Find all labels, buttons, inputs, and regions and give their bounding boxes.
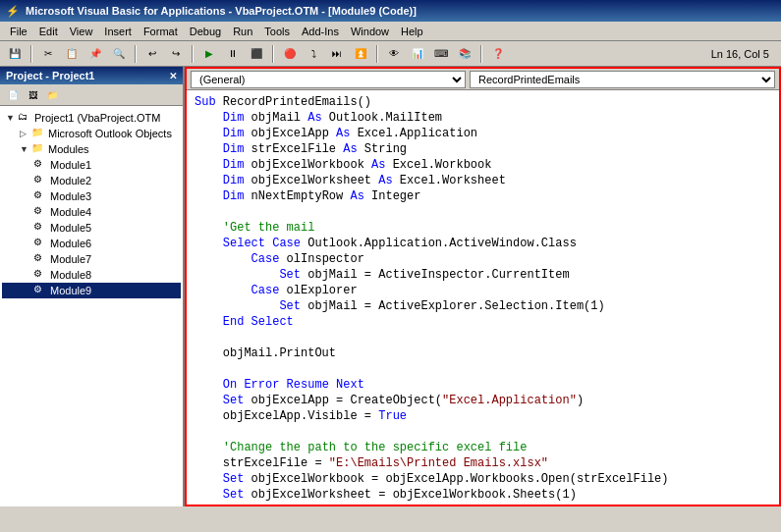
toolbar-redo[interactable]: ↪ xyxy=(165,44,187,64)
toggle-modules: ▼ xyxy=(20,144,29,154)
tree-label-module2: Module2 xyxy=(50,175,91,186)
code-line-9: 'Get the mail xyxy=(195,220,771,236)
toolbar-stepover[interactable]: ⏭ xyxy=(326,44,348,64)
panel-view-object[interactable]: 🖼 xyxy=(24,87,41,103)
sep5 xyxy=(376,45,378,63)
sep2 xyxy=(135,45,137,63)
project-panel-title-text: Project - Project1 xyxy=(6,70,94,81)
code-line-1: Sub RecordPrintedEmails() xyxy=(195,94,771,110)
tree-item-module3[interactable]: ⚙ Module3 xyxy=(2,188,181,204)
toolbar-save[interactable]: 💾 xyxy=(4,44,26,64)
code-line-26: Set objExcelWorksheet = objExcelWorkbook… xyxy=(195,487,771,503)
code-line-4: Dim strExcelFile As String xyxy=(195,141,771,157)
toolbar-breakpoint[interactable]: 🔴 xyxy=(279,44,301,64)
code-line-18 xyxy=(195,361,771,377)
menu-item-debug[interactable]: Debug xyxy=(184,24,227,39)
toolbar-immediate[interactable]: ⌨ xyxy=(430,44,452,64)
code-line-5: Dim objExcelWorkbook As Excel.Workbook xyxy=(195,157,771,173)
app-icon: ⚡ xyxy=(6,5,20,18)
toolbar-watch[interactable]: 👁 xyxy=(383,44,405,64)
folder-icon-2: 📁 xyxy=(31,142,45,156)
code-line-25: Set objExcelWorkbook = objExcelApp.Workb… xyxy=(195,471,771,487)
project-panel-toolbar: 📄 🖼 📁 xyxy=(0,84,183,106)
tree-label-module3: Module3 xyxy=(50,190,91,202)
tree-item-module5[interactable]: ⚙ Module5 xyxy=(2,220,181,236)
tree-item-project[interactable]: ▼ 🗂 Project1 (VbaProject.OTM xyxy=(2,110,181,126)
code-line-10: Select Case Outlook.Application.ActiveWi… xyxy=(195,236,771,251)
toolbar-find[interactable]: 🔍 xyxy=(108,44,130,64)
toolbar-undo[interactable]: ↩ xyxy=(141,44,163,64)
module-icon-1: ⚙ xyxy=(33,158,47,172)
menu-item-view[interactable]: View xyxy=(64,24,99,39)
module-icon-6: ⚙ xyxy=(33,237,47,250)
tree-item-module6[interactable]: ⚙ Module6 xyxy=(2,236,181,251)
code-line-11: Case olInspector xyxy=(195,251,771,267)
code-line-27: objExcelWorksheet.Activate xyxy=(195,503,771,505)
tree-item-module7[interactable]: ⚙ Module7 xyxy=(2,251,181,267)
code-line-20: Set objExcelApp = CreateObject("Excel.Ap… xyxy=(195,393,771,408)
general-dropdown[interactable]: (General) xyxy=(191,71,466,88)
toolbar-callstack[interactable]: 📚 xyxy=(454,44,475,64)
tree-label-module6: Module6 xyxy=(50,238,91,249)
tree-label-module5: Module5 xyxy=(50,222,91,234)
panel-toggle-folders[interactable]: 📁 xyxy=(43,87,61,103)
panel-view-code[interactable]: 📄 xyxy=(4,87,22,103)
menu-item-insert[interactable]: Insert xyxy=(98,24,138,39)
project-panel-title: Project - Project1 ✕ xyxy=(0,67,183,84)
main-area: Project - Project1 ✕ 📄 🖼 📁 ▼ 🗂 Project1 … xyxy=(0,67,781,506)
menu-item-help[interactable]: Help xyxy=(395,24,429,39)
toolbar-cut[interactable]: ✂ xyxy=(37,44,59,64)
toggle-outlook: ▷ xyxy=(20,129,29,138)
code-line-23: 'Change the path to the specific excel f… xyxy=(195,440,771,455)
code-editor[interactable]: Sub RecordPrintedEmails() Dim objMail As… xyxy=(187,90,779,505)
menu-item-run[interactable]: Run xyxy=(227,24,258,39)
code-line-13: Case olExplorer xyxy=(195,283,771,298)
tree-item-module9[interactable]: ⚙ Module9 xyxy=(2,283,181,298)
module-icon-9: ⚙ xyxy=(33,284,47,297)
tree-label-module7: Module7 xyxy=(50,253,91,265)
project-icon: 🗂 xyxy=(18,111,31,125)
toolbar-paste[interactable]: 📌 xyxy=(84,44,106,64)
toolbar-copy[interactable]: 📋 xyxy=(61,44,83,64)
code-line-21: objExcelApp.Visible = True xyxy=(195,408,771,424)
menu-item-edit[interactable]: Edit xyxy=(33,24,64,39)
code-toolbar: (General) RecordPrintedEmails xyxy=(187,69,779,90)
toolbar-stop[interactable]: ⬛ xyxy=(246,44,267,64)
menu-item-window[interactable]: Window xyxy=(345,24,395,39)
toolbar-row1: 💾 ✂ 📋 📌 🔍 ↩ ↪ ▶ ⏸ ⬛ 🔴 ⤵ ⏭ ⏫ 👁 📊 ⌨ 📚 ❓ Ln… xyxy=(0,41,781,67)
menu-item-add-ins[interactable]: Add-Ins xyxy=(296,24,345,39)
toolbar-pause[interactable]: ⏸ xyxy=(222,44,244,64)
code-line-3: Dim objExcelApp As Excel.Application xyxy=(195,126,771,141)
toolbar-help[interactable]: ❓ xyxy=(487,44,509,64)
tree-item-module4[interactable]: ⚙ Module4 xyxy=(2,204,181,220)
code-line-2: Dim objMail As Outlook.MailItem xyxy=(195,110,771,126)
code-line-6: Dim objExcelWorksheet As Excel.Worksheet xyxy=(195,173,771,188)
project-panel-close[interactable]: ✕ xyxy=(169,71,177,81)
module-icon-3: ⚙ xyxy=(33,189,47,203)
code-line-19: On Error Resume Next xyxy=(195,377,771,393)
menu-item-tools[interactable]: Tools xyxy=(258,24,296,39)
toolbar-locals[interactable]: 📊 xyxy=(407,44,428,64)
tree-label-module4: Module4 xyxy=(50,206,91,218)
tree-item-module8[interactable]: ⚙ Module8 xyxy=(2,267,181,283)
title-bar: ⚡ Microsoft Visual Basic for Application… xyxy=(0,0,781,22)
tree-item-module2[interactable]: ⚙ Module2 xyxy=(2,173,181,188)
code-line-15: End Select xyxy=(195,314,771,330)
menu-item-file[interactable]: File xyxy=(4,24,33,39)
menu-item-format[interactable]: Format xyxy=(138,24,184,39)
project-tree: ▼ 🗂 Project1 (VbaProject.OTM ▷ 📁 Microso… xyxy=(0,106,183,506)
procedure-dropdown[interactable]: RecordPrintedEmails xyxy=(470,71,775,88)
tree-label-project: Project1 (VbaProject.OTM xyxy=(34,112,160,124)
sep4 xyxy=(272,45,274,63)
code-line-17: objMail.PrintOut xyxy=(195,346,771,361)
code-line-7: Dim nNextEmptyRow As Integer xyxy=(195,188,771,204)
toolbar-stepout[interactable]: ⏫ xyxy=(350,44,371,64)
tree-item-module1[interactable]: ⚙ Module1 xyxy=(2,157,181,173)
folder-icon-1: 📁 xyxy=(31,127,45,140)
tree-item-outlook-objects[interactable]: ▷ 📁 Microsoft Outlook Objects xyxy=(2,126,181,141)
toolbar-step[interactable]: ⤵ xyxy=(303,44,324,64)
module-icon-4: ⚙ xyxy=(33,205,47,219)
toolbar-run[interactable]: ▶ xyxy=(198,44,220,64)
module-icon-7: ⚙ xyxy=(33,252,47,266)
tree-item-modules-folder[interactable]: ▼ 📁 Modules xyxy=(2,141,181,157)
